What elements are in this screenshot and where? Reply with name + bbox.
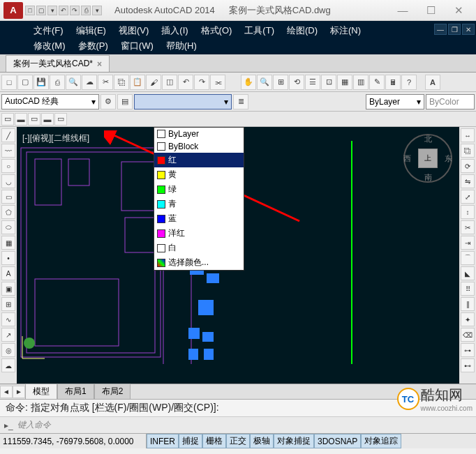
tb-zoomprev-icon[interactable]: ⟲ (289, 75, 304, 90)
qat-undo-icon[interactable]: ↶ (59, 6, 68, 15)
menu-window[interactable]: 窗口(W) (115, 38, 159, 54)
tb-pan-icon[interactable]: ✋ (241, 75, 256, 90)
poly-icon[interactable]: ⬠ (1, 205, 15, 219)
tab-model[interactable]: 模型 (25, 384, 57, 400)
offset-icon[interactable]: ‖ (461, 297, 475, 311)
revcloud-icon[interactable]: ☁ (1, 358, 15, 372)
tabs-scroll-right-icon[interactable]: ► (13, 386, 25, 398)
lb5-icon[interactable]: ▭ (54, 113, 67, 126)
region-icon[interactable]: ▣ (1, 282, 15, 296)
tb-print-icon[interactable]: ⎙ (50, 75, 65, 90)
explode-icon[interactable]: ✦ (461, 312, 475, 326)
trim-icon[interactable]: ✂ (461, 220, 475, 234)
tb-open-icon[interactable]: ▢ (17, 75, 33, 90)
menu-param[interactable]: 参数(P) (73, 38, 114, 54)
point-icon[interactable]: • (1, 251, 15, 265)
ray-icon[interactable]: ↗ (1, 328, 15, 342)
array-icon[interactable]: ⠿ (461, 282, 475, 296)
linetype-dropdown[interactable]: ByLayer▾ (366, 94, 424, 109)
minimize-button[interactable]: — (389, 2, 417, 19)
color-item-yellow[interactable]: 黄 (154, 167, 244, 182)
tb-save-icon[interactable]: 💾 (34, 75, 49, 90)
menu-dim[interactable]: 标注(N) (325, 23, 366, 38)
fillet-icon[interactable]: ⌒ (461, 251, 475, 265)
color-dropdown-field[interactable]: ▾ (134, 94, 232, 109)
color-item-cyan[interactable]: 青 (154, 197, 244, 211)
break-icon[interactable]: ⊷ (461, 358, 475, 372)
file-tab-active[interactable]: 案例一美式风格CAD* × (6, 55, 110, 72)
extend-icon[interactable]: ⇥ (461, 236, 475, 250)
arc-icon[interactable]: ◡ (1, 174, 15, 188)
lb4-icon[interactable]: ▬ (41, 113, 54, 126)
menu-modify[interactable]: 修改(M) (28, 38, 71, 54)
tb-markup-icon[interactable]: ✎ (369, 75, 385, 90)
mirror-icon[interactable]: ⇋ (461, 174, 475, 188)
status-osnap[interactable]: 对象捕捉 (274, 434, 314, 448)
tb-textstyle-icon[interactable]: A (425, 75, 440, 90)
close-button[interactable]: ✕ (445, 2, 473, 19)
lb2-icon[interactable]: ▬ (15, 113, 27, 126)
color-item-select[interactable]: 选择颜色... (154, 255, 244, 270)
status-otrack[interactable]: 对象追踪 (361, 434, 401, 448)
tb-publish-icon[interactable]: ☁ (82, 75, 97, 90)
tb-zoomwin-icon[interactable]: ⊞ (273, 75, 288, 90)
qat-new-icon[interactable]: □ (25, 6, 35, 15)
nav-cube[interactable]: 北 南 东 西 上 (403, 134, 452, 183)
status-3dosnap[interactable]: 3DOSNAP (314, 434, 361, 448)
tb-redo-icon[interactable]: ↷ (194, 75, 209, 90)
lb1-icon[interactable]: ▭ (1, 113, 14, 126)
app-logo[interactable]: A (3, 2, 23, 19)
table-icon[interactable]: ⊞ (1, 297, 15, 311)
ellipse-icon[interactable]: ⬭ (1, 220, 15, 234)
tb-toolpal-icon[interactable]: ▦ (337, 75, 352, 90)
command-input-row[interactable]: ▸_ 键入命令 (0, 417, 476, 433)
tb-props-icon[interactable]: ☰ (305, 75, 320, 90)
status-ortho[interactable]: 正交 (226, 434, 250, 448)
menu-help[interactable]: 帮助(H) (161, 38, 202, 54)
status-grid[interactable]: 栅格 (202, 434, 226, 448)
layer-iso-icon[interactable]: ≣ (233, 94, 248, 109)
copy-icon[interactable]: ⿻ (461, 144, 475, 158)
qat-redo-icon[interactable]: ↷ (70, 6, 80, 15)
menu-format[interactable]: 格式(O) (195, 23, 238, 38)
maximize-button[interactable]: ☐ (417, 2, 445, 19)
menu-insert[interactable]: 插入(I) (156, 23, 193, 38)
stretch-icon[interactable]: ↕ (461, 205, 475, 219)
mdi-close[interactable]: ✕ (462, 24, 475, 35)
menu-draw[interactable]: 绘图(D) (281, 23, 323, 38)
circle-icon[interactable]: ○ (1, 159, 15, 173)
color-prop-dropdown[interactable]: ByColor (426, 94, 475, 109)
tb-block-icon[interactable]: ◫ (162, 75, 177, 90)
tb-new-icon[interactable]: □ (1, 75, 17, 90)
drawing-canvas[interactable]: [-][俯视][二维线框] (17, 127, 459, 384)
color-item-byblock[interactable]: ByBlock (154, 140, 244, 153)
tb-help-icon[interactable]: ? (401, 75, 417, 90)
status-polar[interactable]: 极轴 (250, 434, 274, 448)
erase-icon[interactable]: ⌫ (461, 328, 475, 342)
donut-icon[interactable]: ◎ (1, 343, 15, 357)
scale-icon[interactable]: ⤢ (461, 190, 475, 204)
tb-sheet-icon[interactable]: ▥ (353, 75, 369, 90)
menu-view[interactable]: 视图(V) (113, 23, 154, 38)
ws-gear-icon[interactable]: ⚙ (101, 94, 116, 109)
color-item-blue[interactable]: 蓝 (154, 211, 244, 226)
tb-match-icon[interactable]: 🖌 (146, 75, 161, 90)
tb-paste-icon[interactable]: 📋 (130, 75, 145, 90)
mdi-minimize[interactable]: — (434, 24, 447, 35)
tb-dcenter-icon[interactable]: ⊡ (321, 75, 336, 90)
cube-face[interactable]: 上 (418, 149, 438, 168)
menu-tools[interactable]: 工具(T) (239, 23, 280, 38)
line-icon[interactable]: ╱ (1, 128, 15, 142)
workspace-dropdown[interactable]: AutoCAD 经典▾ (1, 94, 99, 109)
mdi-restore[interactable]: ❐ (448, 24, 461, 35)
status-snap[interactable]: 捕捉 (179, 434, 202, 448)
pline-icon[interactable]: 〰 (1, 144, 15, 158)
tb-zoom-icon[interactable]: 🔍 (257, 75, 272, 90)
tb-cut-icon[interactable]: ✂ (98, 75, 113, 90)
tb-calc-icon[interactable]: 🖩 (385, 75, 401, 90)
color-item-white[interactable]: 白 (154, 241, 244, 255)
tabs-scroll-left-icon[interactable]: ◄ (0, 386, 13, 398)
layer-props-icon[interactable]: ▤ (117, 94, 133, 109)
qat-more-icon[interactable]: ▾ (92, 6, 102, 15)
qat-print-icon[interactable]: ⎙ (81, 6, 91, 15)
